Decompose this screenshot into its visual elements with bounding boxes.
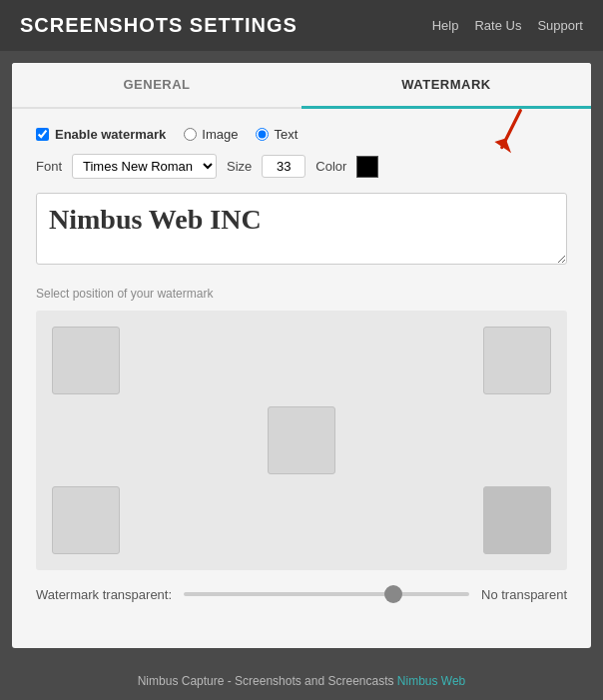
size-input[interactable]: [262, 155, 305, 178]
header-links: Help Rate Us Support: [432, 18, 583, 33]
image-radio-option[interactable]: Image: [184, 127, 238, 142]
transparent-label: Watermark transparent:: [36, 587, 172, 602]
footer: Nimbus Capture - Screenshots and Screenc…: [0, 660, 603, 700]
enable-row: Enable watermark Image Text: [36, 127, 567, 142]
main-content: GENERAL WATERMARK Enable watermark Image: [12, 63, 591, 648]
footer-text: Nimbus Capture - Screenshots and Screenc…: [138, 674, 397, 688]
font-select[interactable]: Times New Roman: [72, 154, 217, 179]
size-label: Size: [227, 159, 252, 174]
enable-watermark-checkbox[interactable]: [36, 128, 49, 141]
image-radio[interactable]: [184, 128, 197, 141]
position-top-left[interactable]: [52, 327, 120, 394]
rate-us-link[interactable]: Rate Us: [474, 18, 521, 33]
transparent-row: Watermark transparent: No transparent: [36, 584, 567, 604]
position-bottom-right[interactable]: [483, 486, 551, 554]
support-link[interactable]: Support: [537, 18, 583, 33]
position-top-right[interactable]: [483, 327, 551, 394]
font-label: Font: [36, 159, 62, 174]
text-radio[interactable]: [256, 128, 269, 141]
tab-general[interactable]: GENERAL: [12, 63, 302, 107]
tabs: GENERAL WATERMARK: [12, 63, 591, 109]
tab-watermark[interactable]: WATERMARK: [302, 63, 591, 109]
position-bottom-left[interactable]: [52, 486, 120, 554]
no-transparent-label: No transparent: [481, 587, 567, 602]
position-label: Select position of your watermark: [36, 287, 567, 301]
footer-link[interactable]: Nimbus Web: [397, 674, 465, 688]
transparency-slider[interactable]: [184, 592, 469, 596]
color-picker[interactable]: [356, 156, 378, 178]
watermark-textarea[interactable]: Nimbus Web INC: [36, 193, 567, 265]
content-area: Enable watermark Image Text Font Times N…: [12, 109, 591, 632]
help-link[interactable]: Help: [432, 18, 459, 33]
header: SCREENSHOTS SETTINGS Help Rate Us Suppor…: [0, 0, 603, 51]
text-radio-option[interactable]: Text: [256, 127, 298, 142]
slider-container: [184, 584, 469, 604]
tabs-wrapper: GENERAL WATERMARK: [12, 63, 591, 109]
color-label: Color: [315, 159, 346, 174]
position-grid: [36, 311, 567, 570]
position-center[interactable]: [268, 406, 335, 474]
app-title: SCREENSHOTS SETTINGS: [20, 14, 298, 37]
enable-watermark-label[interactable]: Enable watermark: [36, 127, 166, 142]
font-row: Font Times New Roman Size Color: [36, 154, 567, 179]
